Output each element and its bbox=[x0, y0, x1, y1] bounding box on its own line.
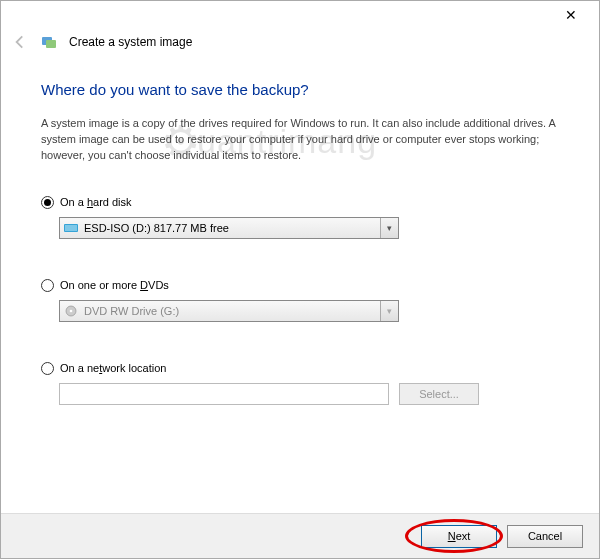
next-button[interactable]: Next bbox=[421, 525, 497, 548]
radio-label-network: On a network location bbox=[60, 362, 166, 374]
svg-point-5 bbox=[70, 310, 73, 313]
close-button[interactable]: ✕ bbox=[551, 5, 591, 25]
window-title: Create a system image bbox=[69, 35, 192, 49]
description-text: A system image is a copy of the drives r… bbox=[41, 116, 559, 164]
radio-icon bbox=[41, 279, 54, 292]
back-arrow-icon[interactable] bbox=[11, 33, 29, 51]
radio-network[interactable]: On a network location bbox=[41, 362, 559, 375]
header: Create a system image bbox=[11, 33, 192, 51]
drive-icon bbox=[64, 222, 78, 234]
chevron-down-icon: ▾ bbox=[380, 218, 398, 238]
content-area: Where do you want to save the backup? A … bbox=[41, 81, 559, 445]
radio-icon bbox=[41, 196, 54, 209]
radio-hard-disk[interactable]: On a hard disk bbox=[41, 196, 559, 209]
system-image-icon bbox=[41, 34, 57, 50]
option-dvds: On one or more DVDs DVD RW Drive (G:) ▾ bbox=[41, 279, 559, 322]
chevron-down-icon: ▾ bbox=[380, 301, 398, 321]
dvd-dropdown[interactable]: DVD RW Drive (G:) ▾ bbox=[59, 300, 399, 322]
dvd-value: DVD RW Drive (G:) bbox=[84, 305, 179, 317]
select-button: Select... bbox=[399, 383, 479, 405]
cancel-button[interactable]: Cancel bbox=[507, 525, 583, 548]
close-icon: ✕ bbox=[565, 7, 577, 23]
radio-dvds[interactable]: On one or more DVDs bbox=[41, 279, 559, 292]
radio-label-hard-disk: On a hard disk bbox=[60, 196, 132, 208]
option-network: On a network location Select... bbox=[41, 362, 559, 405]
radio-icon bbox=[41, 362, 54, 375]
svg-rect-1 bbox=[46, 40, 56, 48]
hard-disk-dropdown[interactable]: ESD-ISO (D:) 817.77 MB free ▾ bbox=[59, 217, 399, 239]
hard-disk-value: ESD-ISO (D:) 817.77 MB free bbox=[84, 222, 229, 234]
disc-icon bbox=[64, 305, 78, 317]
option-hard-disk: On a hard disk ESD-ISO (D:) 817.77 MB fr… bbox=[41, 196, 559, 239]
radio-label-dvds: On one or more DVDs bbox=[60, 279, 169, 291]
wizard-window: ✕ Create a system image ⚙uantrimang Wher… bbox=[0, 0, 600, 559]
footer: Next Cancel bbox=[1, 513, 599, 558]
svg-rect-3 bbox=[65, 225, 77, 231]
network-location-input[interactable] bbox=[59, 383, 389, 405]
page-heading: Where do you want to save the backup? bbox=[41, 81, 559, 98]
